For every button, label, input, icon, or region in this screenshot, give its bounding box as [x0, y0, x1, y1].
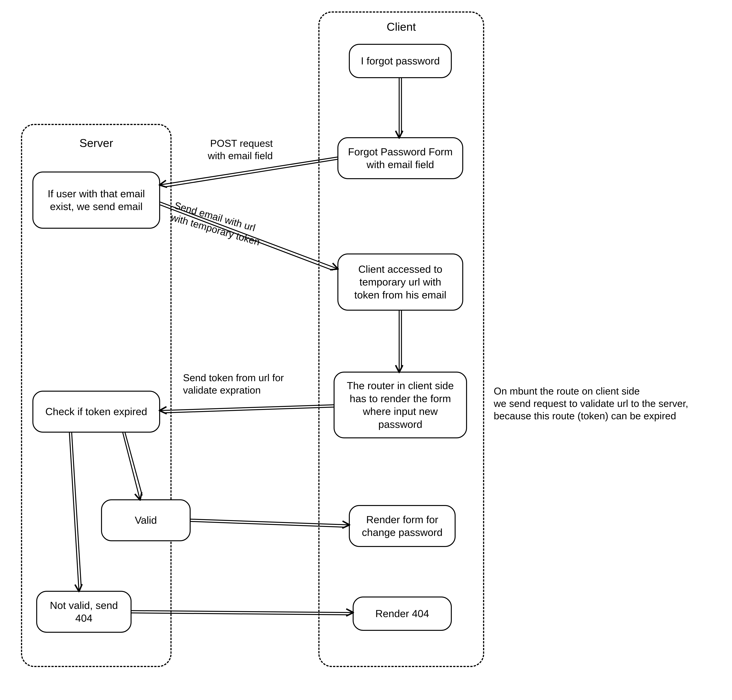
node-client-accessed: Client accessed to temporary url with to…: [337, 253, 463, 311]
svg-line-3: [166, 159, 337, 187]
client-lane-title: Client: [320, 20, 483, 33]
node-valid: Valid: [101, 499, 191, 541]
node-not-valid: Not valid, send 404: [36, 591, 131, 633]
node-render-404: Render 404: [353, 597, 452, 631]
node-forgot-password: I forgot password: [349, 44, 452, 78]
svg-line-8: [160, 405, 334, 410]
svg-line-9: [165, 407, 334, 413]
label-send-email: Send email with url with temporary token: [169, 199, 265, 249]
node-render-form: Render form for change password: [349, 505, 456, 547]
node-router-render: The router in client side has to render …: [334, 372, 467, 438]
label-post-request: POST request with email field: [208, 137, 273, 162]
node-if-user-exist: If user with that email exist, we send e…: [32, 172, 160, 229]
label-on-mount-note: On mbunt the route on client side we sen…: [494, 385, 688, 422]
node-check-expired: Check if token expired: [32, 391, 160, 432]
label-send-token: Send token from url for validate exprati…: [183, 372, 284, 396]
server-lane-title: Server: [22, 137, 171, 150]
client-lane: Client: [318, 12, 484, 667]
edge-send-token: [160, 405, 334, 413]
node-forgot-form: Forgot Password Form with email field: [337, 137, 463, 179]
